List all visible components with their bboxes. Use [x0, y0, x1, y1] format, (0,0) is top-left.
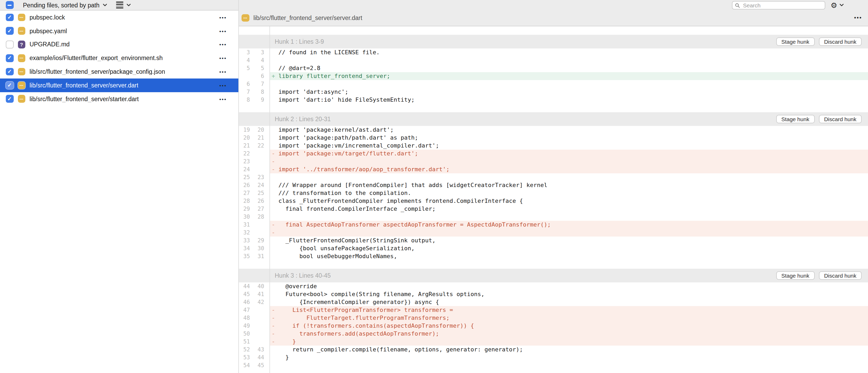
diff-toolbar: ⚙: [239, 0, 868, 10]
diff-marker: [270, 134, 278, 142]
diff-line[interactable]: 4642 {IncrementalCompiler generator}) as…: [239, 298, 868, 306]
line-number-gutter: 1920: [239, 126, 270, 134]
modified-status-icon: •••: [18, 27, 25, 35]
file-actions-button[interactable]: •••: [219, 29, 227, 33]
diff-line[interactable]: 47- List<FlutterProgramTransformer> tran…: [239, 306, 868, 314]
diff-line-body: {IncrementalCompiler generator}) async {: [270, 298, 868, 306]
file-actions-button[interactable]: •••: [854, 15, 862, 21]
diff-line[interactable]: 2826class _FlutterFrontendCompiler imple…: [239, 197, 868, 205]
diff-line[interactable]: 89import 'dart:io' hide FileSystemEntity…: [239, 96, 868, 104]
discard-hunk-button[interactable]: Discard hunk: [819, 115, 862, 123]
line-number-gutter: 3329: [239, 237, 270, 244]
code-text: final AspectdAopTransformer aspectdAopTr…: [278, 221, 551, 229]
line-number-gutter: 89: [239, 96, 270, 104]
diff-line[interactable]: 33// found in the LICENSE file.: [239, 48, 868, 56]
diff-line[interactable]: 51- }: [239, 338, 868, 346]
old-line-number: 29: [239, 205, 250, 213]
new-line-number: 30: [250, 244, 264, 252]
file-actions-button[interactable]: •••: [219, 96, 227, 101]
diff-marker: [270, 80, 278, 88]
sort-mode-label[interactable]: Pending files, sorted by path: [23, 2, 99, 8]
diff-marker: [270, 48, 278, 56]
file-row[interactable]: ✓•••example/ios/Flutter/flutter_export_e…: [0, 52, 238, 65]
search-input[interactable]: [742, 2, 818, 9]
diff-line[interactable]: 44: [239, 56, 868, 64]
discard-hunk-button[interactable]: Discard hunk: [819, 37, 862, 46]
diff-line[interactable]: 3028: [239, 213, 868, 221]
new-line-number: [250, 330, 264, 338]
diff-line[interactable]: 31- final AspectdAopTransformer aspectdA…: [239, 221, 868, 229]
diff-line[interactable]: 23-: [239, 158, 868, 165]
file-checkbox[interactable]: ✓: [6, 54, 13, 62]
diff-line[interactable]: 2624/// Wrapper around [FrontendCompiler…: [239, 181, 868, 189]
diff-marker: [270, 213, 278, 221]
diff-line[interactable]: 50- transformers.add(aspectdAopTransform…: [239, 330, 868, 338]
diff-line[interactable]: 78import 'dart:async';: [239, 88, 868, 96]
discard-hunk-button[interactable]: Discard hunk: [819, 271, 862, 280]
file-row[interactable]: ✓•••pubspec.lock•••: [0, 10, 238, 24]
new-line-number: 5: [250, 64, 264, 72]
stage-hunk-button[interactable]: Stage hunk: [776, 271, 814, 280]
search-field[interactable]: [732, 1, 825, 9]
diff-line[interactable]: 2021import 'package:path/path.dart' as p…: [239, 134, 868, 142]
file-actions-button[interactable]: •••: [219, 69, 227, 74]
stage-hunk-button[interactable]: Stage hunk: [776, 37, 814, 46]
file-checkbox[interactable]: [6, 41, 13, 48]
stage-hunk-button[interactable]: Stage hunk: [776, 115, 814, 123]
old-line-number: 3: [239, 48, 250, 56]
file-checkbox[interactable]: ✓: [6, 27, 13, 35]
diff-line[interactable]: 2122import 'package:vm/incremental_compi…: [239, 142, 868, 149]
file-checkbox[interactable]: ✓: [6, 81, 13, 89]
line-number-gutter: 31: [239, 221, 270, 229]
list-view-icon[interactable]: [116, 2, 123, 8]
diff-line[interactable]: 1920import 'package:kernel/ast.dart';: [239, 126, 868, 134]
chevron-down-icon[interactable]: [126, 4, 130, 6]
diff-line[interactable]: 3329 _FlutterFrontendCompiler(StringSink…: [239, 237, 868, 244]
code-text: @override: [278, 282, 317, 290]
diff-line-body: final frontend.CompilerInterface _compil…: [270, 205, 868, 213]
file-actions-button[interactable]: •••: [219, 42, 227, 47]
file-actions-button[interactable]: •••: [219, 83, 227, 88]
old-line-number: 51: [239, 338, 250, 346]
diff-line[interactable]: 2523: [239, 173, 868, 181]
file-actions-button[interactable]: •••: [219, 15, 227, 20]
diff-line[interactable]: 48- FlutterTarget.flutterProgramTransfor…: [239, 314, 868, 322]
diff-line[interactable]: 24-import '../transformer/aop/aop_transf…: [239, 165, 868, 173]
diff-line[interactable]: 5243 return _compiler.compile(filename, …: [239, 346, 868, 353]
diff-line[interactable]: 32-: [239, 229, 868, 237]
diff-line[interactable]: 5445: [239, 362, 868, 369]
code-text: import 'package:vm/target/flutter.dart';: [278, 149, 418, 158]
diff-file-path: lib/src/flutter_frontend_server/server.d…: [253, 15, 362, 21]
file-checkbox[interactable]: ✓: [6, 95, 13, 103]
diff-line[interactable]: 6+library flutter_frontend_server;: [239, 72, 868, 80]
file-checkbox[interactable]: ✓: [6, 13, 13, 21]
file-checkbox[interactable]: ✓: [6, 68, 13, 76]
new-line-number: [250, 322, 264, 330]
settings-button[interactable]: ⚙: [831, 0, 843, 10]
file-row[interactable]: ✓•••lib/src/flutter_frontend_server/star…: [0, 92, 238, 106]
diff-line[interactable]: 22-import 'package:vm/target/flutter.dar…: [239, 149, 868, 158]
file-actions-button[interactable]: •••: [219, 56, 227, 61]
file-row[interactable]: ✓•••lib/src/flutter_frontend_server/serv…: [0, 78, 238, 92]
diff-line[interactable]: 4541 Future<bool> compile(String filenam…: [239, 290, 868, 298]
diff-line[interactable]: 4440 @override: [239, 282, 868, 290]
chevron-down-icon[interactable]: [102, 4, 107, 6]
file-row[interactable]: ?UPGRADE.md•••: [0, 38, 238, 52]
diff-line[interactable]: 3430 {bool unsafePackageSerialization,: [239, 244, 868, 252]
file-row[interactable]: ✓•••pubspec.yaml•••: [0, 24, 238, 38]
diff-line[interactable]: 2725/// transformation to the compilatio…: [239, 189, 868, 197]
check-icon: ✓: [7, 56, 12, 61]
diff-line[interactable]: 67: [239, 80, 868, 88]
diff-line[interactable]: 3531 bool useDebuggerModuleNames,: [239, 252, 868, 260]
diff-line[interactable]: 49- if (!transformers.contains(aspectdAo…: [239, 322, 868, 330]
diff-marker: -: [270, 330, 278, 338]
new-line-number: [250, 338, 264, 346]
diff-line[interactable]: 2927 final frontend.CompilerInterface _c…: [239, 205, 868, 213]
diff-marker: [270, 173, 278, 181]
diff-line[interactable]: 55// @dart=2.8: [239, 64, 868, 72]
select-all-checkbox[interactable]: [6, 1, 13, 9]
modified-status-icon: •••: [18, 68, 25, 76]
diff-line[interactable]: 5344 }: [239, 353, 868, 362]
diff-marker: [270, 197, 278, 205]
file-row[interactable]: ✓•••lib/src/flutter_frontend_server/pack…: [0, 65, 238, 78]
